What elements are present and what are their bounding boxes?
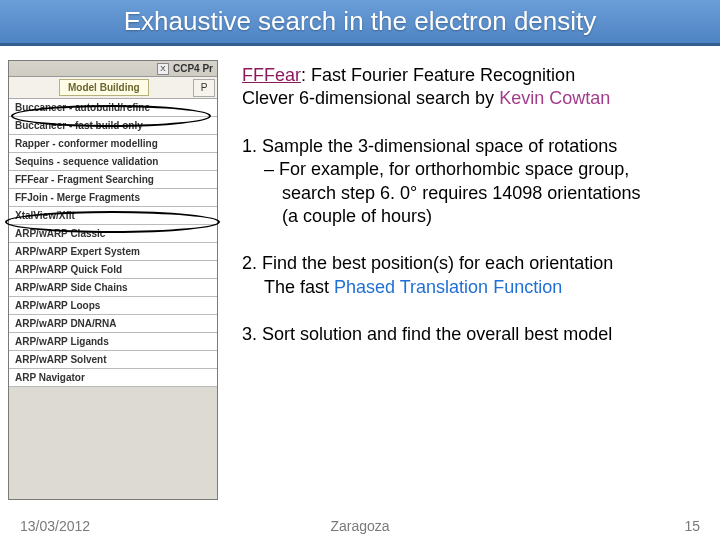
tab-right-stub[interactable]: P xyxy=(193,79,215,97)
list-item[interactable]: Sequins - sequence validation xyxy=(9,153,217,171)
list-item[interactable]: ARP/wARP Classic xyxy=(9,225,217,243)
panel-window-bar: X CCP4 Pr xyxy=(9,61,217,77)
list-item[interactable]: XtalView/Xfit xyxy=(9,207,217,225)
tab-model-building[interactable]: Model Building xyxy=(59,79,149,96)
list-item[interactable]: FFJoin - Merge Fragments xyxy=(9,189,217,207)
list-item[interactable]: ARP/wARP Side Chains xyxy=(9,279,217,297)
pt3-head: 3. Sort solution and find the overall be… xyxy=(242,323,700,346)
intro-rest: : Fast Fourier Feature Recognition xyxy=(301,65,575,85)
panel-window-label: CCP4 Pr xyxy=(173,63,213,74)
list-item[interactable]: ARP/wARP DNA/RNA xyxy=(9,315,217,333)
phased-translation-link[interactable]: Phased Translation Function xyxy=(334,277,562,297)
pt2-head: 2. Find the best position(s) for each or… xyxy=(242,252,700,275)
pt2-sub-a: The fast xyxy=(264,277,334,297)
footer-place: Zaragoza xyxy=(0,518,720,534)
pt1-head: 1. Sample the 3-dimensional space of rot… xyxy=(242,135,700,158)
point-2: 2. Find the best position(s) for each or… xyxy=(242,252,700,299)
fffear-label: FFFear xyxy=(242,65,301,85)
pt1-sub1: – For example, for orthorhombic space gr… xyxy=(242,158,700,181)
slide-title: Exhaustive search in the electron densit… xyxy=(124,6,597,37)
point-3: 3. Sort solution and find the overall be… xyxy=(242,323,700,346)
intro-block: FFFear: Fast Fourier Feature Recognition… xyxy=(242,64,700,111)
point-1: 1. Sample the 3-dimensional space of rot… xyxy=(242,135,700,229)
close-icon[interactable]: X xyxy=(157,63,169,75)
list-item[interactable]: Buccaneer - autobuild/refine xyxy=(9,99,217,117)
list-item[interactable]: FFFear - Fragment Searching xyxy=(9,171,217,189)
list-item[interactable]: Rapper - conformer modelling xyxy=(9,135,217,153)
list-item[interactable]: Buccaneer - fast build only xyxy=(9,117,217,135)
panel-list: Buccaneer - autobuild/refine Buccaneer -… xyxy=(9,99,217,387)
author-name: Kevin Cowtan xyxy=(499,88,610,108)
slide-content: FFFear: Fast Fourier Feature Recognition… xyxy=(218,60,720,500)
pt1-sub3: (a couple of hours) xyxy=(242,205,700,228)
pt1-sub2: search step 6. 0° requires 14098 orienta… xyxy=(242,182,700,205)
slide-title-bar: Exhaustive search in the electron densit… xyxy=(0,0,720,46)
list-item[interactable]: ARP/wARP Solvent xyxy=(9,351,217,369)
list-item[interactable]: ARP Navigator xyxy=(9,369,217,387)
slide-footer: 13/03/2012 Zaragoza 15 xyxy=(0,518,720,534)
list-item[interactable]: ARP/wARP Loops xyxy=(9,297,217,315)
list-item[interactable]: ARP/wARP Quick Fold xyxy=(9,261,217,279)
ccp4-panel: X CCP4 Pr Model Building P Buccaneer - a… xyxy=(8,60,218,500)
list-item[interactable]: ARP/wARP Expert System xyxy=(9,243,217,261)
panel-tabstrip: Model Building P xyxy=(9,77,217,99)
list-item[interactable]: ARP/wARP Ligands xyxy=(9,333,217,351)
intro-line2a: Clever 6-dimensional search by xyxy=(242,88,499,108)
